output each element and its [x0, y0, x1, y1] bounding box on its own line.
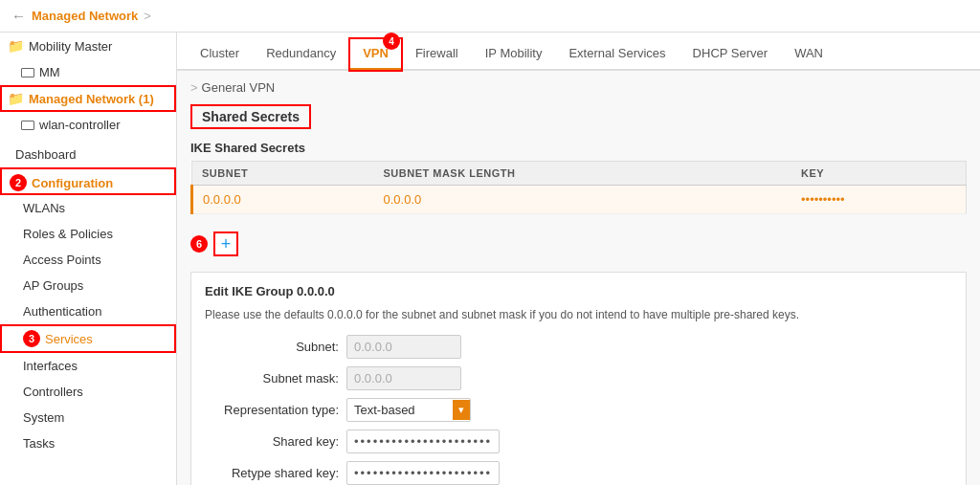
tab-external-services[interactable]: External Services: [555, 38, 679, 71]
sidebar-nav-configuration[interactable]: 2 Configuration: [0, 167, 176, 195]
breadcrumb-label: Managed Network: [32, 9, 138, 23]
form-row-shared-key: Shared key:: [205, 430, 952, 453]
tab-firewall[interactable]: Firewall: [402, 38, 472, 71]
edit-form: Edit IKE Group 0.0.0.0 Please use the de…: [190, 272, 967, 485]
add-button[interactable]: +: [213, 231, 238, 256]
roles-policies-label: Roles & Policies: [23, 227, 113, 241]
sidebar-nav-system[interactable]: System: [0, 405, 176, 430]
input-shared-key[interactable]: [346, 430, 500, 453]
tab-dhcp-server[interactable]: DHCP Server: [679, 38, 782, 71]
sidebar-nav-interfaces[interactable]: Interfaces: [0, 353, 176, 379]
select-text: Text-based: [347, 399, 453, 421]
top-bar: ← Managed Network >: [0, 0, 980, 33]
row-key: ••••••••••: [791, 186, 966, 214]
tasks-label: Tasks: [23, 436, 55, 451]
monitor-icon-wlan: [21, 121, 34, 130]
chevron-down-icon[interactable]: ▾: [453, 400, 470, 420]
sidebar-item-mm[interactable]: MM: [0, 59, 176, 85]
step3-badge: 3: [23, 330, 40, 347]
label-subnet-mask: Subnet mask:: [205, 371, 339, 386]
step6-badge: 6: [190, 235, 208, 253]
system-label: System: [23, 410, 64, 425]
tabs-bar: Cluster Redundancy 4 VPN Firewall IP Mob…: [177, 33, 980, 71]
tab-ip-mobility[interactable]: IP Mobility: [472, 38, 556, 71]
back-arrow[interactable]: ←: [11, 8, 26, 24]
interfaces-label: Interfaces: [23, 359, 78, 373]
input-subnet-mask[interactable]: [346, 366, 461, 390]
sidebar-item-mobility-master[interactable]: 📁 Mobility Master: [0, 33, 176, 59]
sidebar-nav-dashboard[interactable]: Dashboard: [0, 142, 176, 167]
services-label: Services: [45, 332, 93, 346]
label-subnet: Subnet:: [205, 340, 339, 354]
folder-icon: 📁: [8, 38, 24, 54]
form-row-subnet: Subnet:: [205, 335, 952, 359]
sidebar-mm-label: MM: [39, 65, 60, 79]
sidebar-mobility-master-label: Mobility Master: [29, 39, 112, 54]
breadcrumb-general-vpn[interactable]: General VPN: [202, 80, 276, 95]
form-row-representation: Representation type: Text-based ▾: [205, 398, 952, 422]
add-btn-row: 6 +: [190, 224, 967, 264]
step2-badge: 2: [10, 174, 27, 191]
sidebar-item-managed-network[interactable]: 📁 Managed Network (1): [0, 85, 176, 112]
content-area: Cluster Redundancy 4 VPN Firewall IP Mob…: [177, 33, 980, 485]
sidebar-nav-services[interactable]: 3 Services: [0, 324, 176, 353]
main-layout: 📁 Mobility Master MM 📁 Managed Network (…: [0, 33, 980, 485]
sidebar-managed-network-label: Managed Network (1): [29, 92, 154, 106]
folder-icon-managed: 📁: [8, 91, 24, 106]
ike-table: SUBNET SUBNET MASK LENGTH KEY 0.0.0.0 0.…: [190, 161, 967, 214]
table-row[interactable]: 0.0.0.0 0.0.0.0 ••••••••••: [192, 186, 967, 214]
section-header: Shared Secrets: [190, 104, 311, 129]
breadcrumb-chevron: >: [190, 80, 198, 95]
step4-badge: 4: [383, 33, 400, 50]
sidebar-nav-controllers[interactable]: Controllers: [0, 379, 176, 405]
monitor-icon-mm: [21, 68, 34, 77]
sidebar-nav-ap-groups[interactable]: AP Groups: [0, 273, 176, 298]
sidebar-item-wlan-controller[interactable]: wlan-controller: [0, 112, 176, 138]
sidebar: 📁 Mobility Master MM 📁 Managed Network (…: [0, 33, 177, 485]
edit-form-title: Edit IKE Group 0.0.0.0: [205, 284, 952, 298]
label-shared-key: Shared key:: [205, 434, 339, 449]
shared-secrets-label: Shared Secrets: [202, 109, 300, 124]
tab-wan[interactable]: WAN: [781, 38, 836, 71]
tab-redundancy[interactable]: Redundancy: [253, 38, 349, 71]
access-points-label: Access Points: [23, 253, 101, 267]
select-representation[interactable]: Text-based ▾: [346, 398, 471, 422]
input-retype-key[interactable]: [346, 461, 500, 485]
content-breadcrumb: > General VPN: [190, 80, 967, 95]
dashboard-label: Dashboard: [15, 147, 77, 162]
sidebar-wlan-controller-label: wlan-controller: [39, 118, 121, 132]
col-mask: SUBNET MASK LENGTH: [373, 162, 791, 186]
sidebar-nav-roles-policies[interactable]: Roles & Policies: [0, 221, 176, 247]
tab-cluster[interactable]: Cluster: [187, 38, 253, 71]
row-subnet: 0.0.0.0: [192, 186, 374, 214]
col-key: KEY: [791, 162, 966, 186]
ap-groups-label: AP Groups: [23, 278, 83, 293]
ike-section: IKE Shared Secrets SUBNET SUBNET MASK LE…: [190, 141, 967, 214]
wlans-label: WLANs: [23, 201, 65, 215]
sidebar-nav-access-points[interactable]: Access Points: [0, 247, 176, 273]
breadcrumb-sep: >: [144, 9, 151, 23]
authentication-label: Authentication: [23, 304, 101, 319]
sidebar-nav-wlans[interactable]: WLANs: [0, 195, 176, 221]
col-subnet: SUBNET: [192, 162, 374, 186]
tab-vpn[interactable]: 4 VPN: [349, 38, 402, 71]
sidebar-nav-tasks[interactable]: Tasks: [0, 430, 176, 456]
row-mask: 0.0.0.0: [373, 186, 791, 214]
ike-title: IKE Shared Secrets: [190, 141, 967, 155]
tab-vpn-badge-wrapper: 4 VPN: [363, 46, 389, 60]
label-retype-key: Retype shared key:: [205, 466, 339, 480]
label-representation: Representation type:: [205, 403, 339, 417]
content-body: > General VPN Shared Secrets IKE Shared …: [177, 71, 980, 485]
form-row-subnet-mask: Subnet mask:: [205, 366, 952, 390]
sidebar-nav-authentication[interactable]: Authentication: [0, 298, 176, 324]
edit-form-desc: Please use the defaults 0.0.0.0 for the …: [205, 306, 952, 323]
input-subnet[interactable]: [346, 335, 461, 359]
configuration-label: Configuration: [32, 176, 113, 190]
controllers-label: Controllers: [23, 385, 83, 399]
form-row-retype-key: Retype shared key:: [205, 461, 952, 485]
